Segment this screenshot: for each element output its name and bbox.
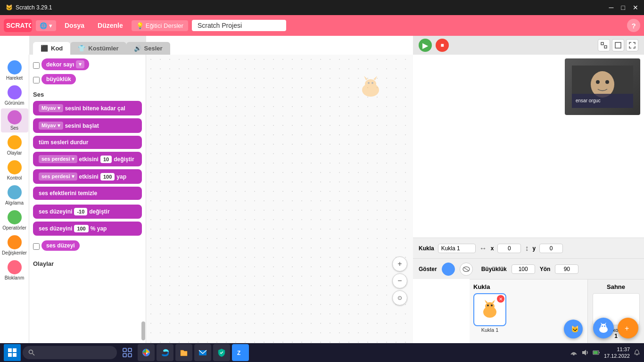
script-area[interactable]: + − ⊙ xyxy=(146,55,413,343)
block-ses-baslat[interactable]: Miyav ▾ sesini başlat xyxy=(33,118,142,133)
blocks-scrollbar[interactable] xyxy=(141,321,145,340)
block-ses-efekt-temizle[interactable]: ses efektlerini temizle xyxy=(33,187,142,200)
tab-costumes[interactable]: 👕 Kostümler xyxy=(70,42,126,55)
block-tum-sesler-durdur[interactable]: tüm sesleri durdur xyxy=(33,136,142,149)
svg-line-27 xyxy=(463,267,469,271)
block-ses-duzeyi-reporter[interactable]: ses düzeyi xyxy=(41,240,80,251)
close-btn[interactable]: ✕ xyxy=(633,4,638,11)
maximize-btn[interactable]: □ xyxy=(621,4,625,11)
show-hidden-btn[interactable] xyxy=(460,263,473,276)
add-sprite-button[interactable]: 🐱 xyxy=(564,320,583,338)
sidebar-item-gorunum[interactable]: Görünüm xyxy=(1,83,28,107)
language-button[interactable]: 🌐 ▾ xyxy=(36,20,56,31)
edge-btn[interactable] xyxy=(157,344,173,361)
file-menu[interactable]: Dosya xyxy=(60,20,89,31)
sprite-1-label: Kukla 1 xyxy=(481,327,499,333)
help-button[interactable]: ? xyxy=(627,19,640,32)
svg-point-42 xyxy=(604,326,605,327)
y-input[interactable] xyxy=(539,244,563,253)
chrome-btn[interactable] xyxy=(138,344,155,361)
svg-point-6 xyxy=(372,82,373,84)
svg-marker-39 xyxy=(601,322,603,325)
dekor-sayi-checkbox[interactable] xyxy=(33,62,40,69)
mail-btn[interactable] xyxy=(194,344,211,361)
sidebar-item-ses[interactable]: Ses xyxy=(1,108,28,132)
miyav-dropdown-2[interactable]: Miyav ▾ xyxy=(39,122,63,130)
taskview-btn[interactable] xyxy=(119,344,136,361)
block-ses-perdesi-degistir[interactable]: ses perdesi ▾ etkisini 10 değiştir xyxy=(33,152,142,166)
stage-btn-group: ▶ ■ xyxy=(419,39,449,52)
olaylar-dot xyxy=(8,135,22,149)
stop-button[interactable]: ■ xyxy=(436,39,449,52)
stage-small-btn[interactable] xyxy=(598,39,610,51)
green-flag-button[interactable]: ▶ xyxy=(419,39,432,52)
sprite-name-input[interactable] xyxy=(438,244,476,253)
files-btn[interactable] xyxy=(175,344,192,361)
clock-time: 11:37 xyxy=(604,346,630,353)
buyukluk-checkbox[interactable] xyxy=(33,77,40,83)
sidebar-item-operatorler[interactable]: Operatörler xyxy=(1,208,28,232)
sidebar-item-degiskenler[interactable]: Değişkenler xyxy=(1,233,28,257)
ses-duzeyi-value-2[interactable]: 100 xyxy=(74,225,88,232)
sidebar-item-olaylar[interactable]: Olaylar xyxy=(1,133,28,157)
svg-line-49 xyxy=(33,354,34,355)
edit-menu[interactable]: Düzenle xyxy=(93,20,128,31)
ses-duzeyi-checkbox[interactable] xyxy=(33,243,40,250)
minimize-btn[interactable]: ─ xyxy=(609,4,614,11)
direction-input[interactable] xyxy=(555,264,578,274)
security-btn[interactable] xyxy=(213,344,230,361)
tab-code[interactable]: ⬛ Kod xyxy=(33,42,70,55)
tutorial-button[interactable]: 💡 Eğitici Dersler xyxy=(132,20,188,31)
svg-rect-7 xyxy=(601,42,603,45)
svg-point-33 xyxy=(487,304,489,306)
project-title-input[interactable] xyxy=(192,20,286,31)
zoom-out-button[interactable]: − xyxy=(392,273,407,288)
block-ses-duzeyi-degistir[interactable]: ses düzeyini -10 değiştir xyxy=(33,205,142,219)
globe-icon: 🌐 xyxy=(40,22,47,29)
gorunum-label: Görünüm xyxy=(5,100,25,106)
add-backdrop-button[interactable]: + xyxy=(618,318,638,338)
sprite-delete-btn-1[interactable]: ✕ xyxy=(497,295,504,303)
size-label: Büyüklük xyxy=(481,266,507,272)
sprite-item-1[interactable]: ✕ Kukla 1 xyxy=(473,293,506,333)
size-input[interactable] xyxy=(512,264,535,274)
stage-fullscreen-btn[interactable] xyxy=(626,39,638,51)
x-input[interactable] xyxy=(497,244,521,253)
bloklarim-dot xyxy=(8,260,22,274)
ses-perdesi-value-2[interactable]: 100 xyxy=(100,173,115,181)
sidebar-item-algilama[interactable]: Algılama xyxy=(1,183,28,207)
svg-rect-45 xyxy=(13,348,17,352)
windows-icon xyxy=(8,348,17,357)
sprite-thumb-1[interactable]: ✕ xyxy=(473,293,506,326)
zoom-reset-button[interactable]: ⊙ xyxy=(392,290,407,305)
block-ses-bitene-cal[interactable]: Miyav ▾ sesini bitene kadar çal xyxy=(33,101,142,115)
y-arrow-icon: ↕ xyxy=(525,244,528,253)
tab-sounds[interactable]: 🔊 Sesler xyxy=(126,42,170,55)
start-button[interactable] xyxy=(4,344,21,361)
block-ses-duzeyi-yap[interactable]: ses düzeyini 100 % yap xyxy=(33,222,142,236)
miyav-dropdown-1[interactable]: Miyav ▾ xyxy=(39,104,63,112)
stage-medium-btn[interactable] xyxy=(612,39,624,51)
sidebar-item-hareket[interactable]: Hareket xyxy=(1,58,28,82)
zoom-btn[interactable]: Z xyxy=(232,344,249,361)
ses-duzeyi-value-1[interactable]: -10 xyxy=(74,208,87,215)
ses-perdesi-dropdown-2[interactable]: ses perdesi ▾ xyxy=(39,173,77,181)
titlebar-controls[interactable]: ─ □ ✕ xyxy=(609,4,638,11)
scratch-cat-button[interactable] xyxy=(593,318,614,338)
svg-rect-44 xyxy=(8,348,12,352)
menubar: SCRATCH 🌐 ▾ Dosya Düzenle 💡 Eğitici Ders… xyxy=(0,15,644,36)
block-buyukluk[interactable]: büyüklük xyxy=(41,74,76,84)
block-ses-perdesi-yap[interactable]: ses perdesi ▾ etkisini 100 yap xyxy=(33,169,142,184)
sidebar-item-kontrol[interactable]: Kontrol xyxy=(1,158,28,182)
block-dekor-sayi[interactable]: dekor sayı ▾ xyxy=(41,58,89,70)
sidebar-item-bloklarim[interactable]: Bloklarım xyxy=(1,258,28,282)
zoom-in-button[interactable]: + xyxy=(392,256,407,272)
ses-perdesi-value-1[interactable]: 10 xyxy=(100,156,112,163)
svg-marker-40 xyxy=(604,322,606,325)
sound-icon: 🔊 xyxy=(134,45,141,52)
taskbar-search[interactable] xyxy=(23,346,117,359)
svg-point-34 xyxy=(491,304,493,306)
dekor-sayi-dropdown[interactable]: ▾ xyxy=(76,60,84,68)
show-visible-btn[interactable] xyxy=(442,263,455,276)
ses-perdesi-dropdown-1[interactable]: ses perdesi ▾ xyxy=(39,155,77,163)
